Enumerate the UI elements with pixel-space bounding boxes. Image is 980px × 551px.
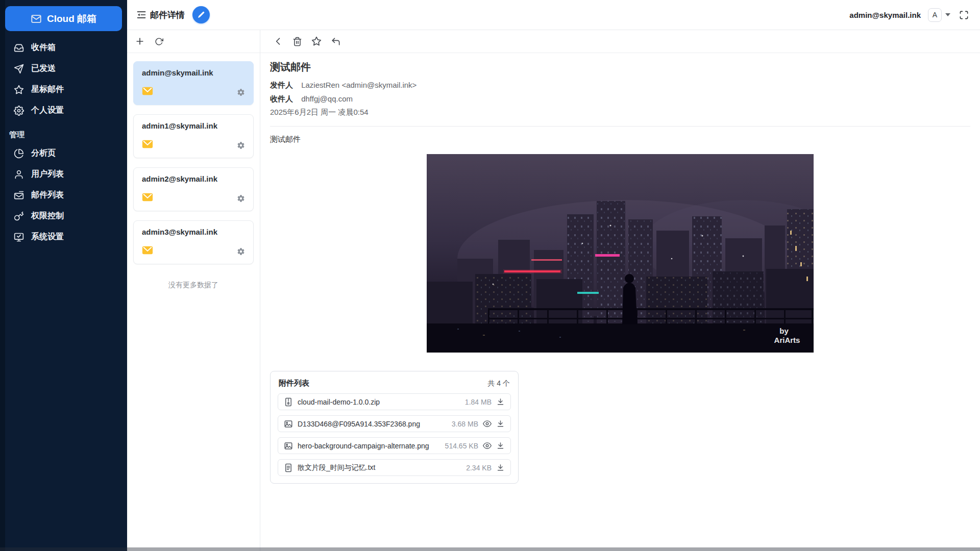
mail-folder-icon <box>142 139 153 151</box>
sidebar-item-label: 权限控制 <box>31 211 64 221</box>
attachment-row: 散文片段_时间与记忆.txt 2.34 KB <box>278 459 511 476</box>
divider <box>270 126 970 127</box>
back-icon[interactable] <box>273 36 283 46</box>
sidebar-item-label: 星标邮件 <box>31 84 64 95</box>
account-settings-gear-icon[interactable] <box>237 247 245 256</box>
pie-chart-icon <box>14 148 24 159</box>
preview-eye-icon[interactable] <box>483 419 492 428</box>
mail-list-icon <box>14 190 24 201</box>
attachment-row: hero-background-campaign-alternate.png 5… <box>278 437 511 454</box>
account-email-text[interactable]: admin@skymail.ink <box>849 11 921 19</box>
sidebar-item-label: 已发送 <box>31 63 56 74</box>
account-card[interactable]: admin3@skymail.ink <box>133 220 254 264</box>
pencil-icon <box>197 11 205 19</box>
mail-folder-icon <box>142 192 153 204</box>
mail-folder-icon <box>142 245 153 257</box>
mail-logo-icon <box>31 13 42 24</box>
account-card-email: admin3@skymail.ink <box>142 228 245 236</box>
account-settings-gear-icon[interactable] <box>237 194 245 203</box>
mail-folder-icon <box>142 86 153 98</box>
sidebar-nav: 收件箱 已发送 星标邮件 个人设置 管理 <box>0 37 127 247</box>
sidebar-item-label: 个人设置 <box>31 105 64 116</box>
monitor-check-icon <box>14 232 24 242</box>
sidebar-item-starred[interactable]: 星标邮件 <box>0 79 127 100</box>
image-credit-line1: by <box>779 327 789 335</box>
inbox-icon <box>14 43 24 53</box>
user-icon <box>14 169 24 180</box>
mail-inline-image: by AriArts <box>427 154 814 353</box>
sidebar-item-sent[interactable]: 已发送 <box>0 58 127 79</box>
attachment-size: 2.34 KB <box>466 464 492 472</box>
send-icon <box>14 64 24 74</box>
account-card-email: admin@skymail.ink <box>142 68 245 77</box>
attachments-title: 附件列表 <box>279 379 309 388</box>
from-value: LaziestRen <admin@skymail.ink> <box>301 81 416 89</box>
add-account-icon[interactable] <box>135 36 145 46</box>
gear-icon <box>14 106 24 116</box>
sidebar-item-label: 邮件列表 <box>31 190 64 201</box>
key-icon <box>14 211 24 221</box>
refresh-icon[interactable] <box>155 37 163 46</box>
account-card-email: admin2@skymail.ink <box>142 174 245 183</box>
sidebar-item-label: 收件箱 <box>31 42 56 53</box>
mail-meta: 发件人 LaziestRen <admin@skymail.ink> 收件人 d… <box>270 80 970 117</box>
mail-content: 测试邮件 发件人 LaziestRen <admin@skymail.ink> … <box>260 53 980 551</box>
account-card[interactable]: admin@skymail.ink <box>133 61 254 105</box>
attachment-row: D133D468@F095A914.353F2368.png 3.68 MB <box>278 415 511 432</box>
top-header: 邮件详情 admin@skymail.ink A <box>127 0 980 30</box>
account-settings-gear-icon[interactable] <box>237 88 245 96</box>
mail-toolbar <box>260 30 980 53</box>
reply-icon[interactable] <box>331 36 341 46</box>
sidebar-item-label: 系统设置 <box>31 232 64 242</box>
mail-body-text: 测试邮件 <box>270 135 970 144</box>
to-value: dhffgj@qq.com <box>301 94 353 103</box>
no-more-data-text: 没有更多数据了 <box>127 281 260 290</box>
account-settings-gear-icon[interactable] <box>237 141 245 149</box>
sidebar-section-admin: 管理 <box>9 130 127 140</box>
logo-label: Cloud 邮箱 <box>47 12 96 26</box>
fullscreen-icon[interactable] <box>959 10 969 20</box>
account-card-email: admin1@skymail.ink <box>142 121 245 130</box>
account-list-panel: admin@skymail.ink admin1@skymail.ink <box>127 30 260 551</box>
attachment-name: cloud-mail-demo-1.0.0.zip <box>298 398 380 406</box>
attachment-size: 1.84 MB <box>465 398 492 406</box>
zip-file-icon <box>284 397 293 407</box>
sidebar-item-label: 用户列表 <box>31 169 64 180</box>
sidebar-item-inbox[interactable]: 收件箱 <box>0 37 127 58</box>
attachment-name: D133D468@F095A914.353F2368.png <box>298 420 420 428</box>
download-icon[interactable] <box>496 441 505 450</box>
download-icon[interactable] <box>496 463 505 472</box>
account-list-toolbar <box>127 30 260 53</box>
account-card[interactable]: admin1@skymail.ink <box>133 114 254 158</box>
sidebar-item-label: 分析页 <box>31 148 56 159</box>
mail-date: 2025年6月2日 周一 凌晨0:54 <box>270 108 970 117</box>
download-icon[interactable] <box>496 397 505 406</box>
sidebar-item-system-settings[interactable]: 系统设置 <box>0 227 127 247</box>
to-label: 收件人 <box>270 94 293 103</box>
mail-detail-panel: 测试邮件 发件人 LaziestRen <admin@skymail.ink> … <box>260 30 980 551</box>
sidebar-item-user-list[interactable]: 用户列表 <box>0 164 127 185</box>
attachment-name: hero-background-campaign-alternate.png <box>298 442 429 450</box>
sidebar-fold-icon[interactable] <box>136 10 146 20</box>
account-card[interactable]: admin2@skymail.ink <box>133 167 254 211</box>
bottom-edge-strip <box>0 547 980 551</box>
chevron-down-icon[interactable] <box>945 13 950 16</box>
preview-eye-icon[interactable] <box>483 441 492 450</box>
image-file-icon <box>284 441 293 450</box>
mail-subject: 测试邮件 <box>270 60 970 74</box>
sidebar-item-personal-settings[interactable]: 个人设置 <box>0 100 127 121</box>
sidebar-item-analytics[interactable]: 分析页 <box>0 143 127 164</box>
logo-button[interactable]: Cloud 邮箱 <box>5 6 122 31</box>
star-mail-icon[interactable] <box>311 36 322 46</box>
sidebar: Cloud 邮箱 收件箱 已发送 星标邮件 <box>0 0 127 551</box>
page-title: 邮件详情 <box>150 9 185 21</box>
download-icon[interactable] <box>496 419 505 428</box>
image-file-icon <box>284 419 293 429</box>
trash-icon[interactable] <box>292 37 302 46</box>
sidebar-item-mail-list[interactable]: 邮件列表 <box>0 185 127 206</box>
attachment-size: 3.68 MB <box>452 420 478 428</box>
star-icon <box>14 85 24 95</box>
compose-button[interactable] <box>192 6 210 23</box>
sidebar-item-permissions[interactable]: 权限控制 <box>0 206 127 227</box>
avatar[interactable]: A <box>928 8 942 22</box>
